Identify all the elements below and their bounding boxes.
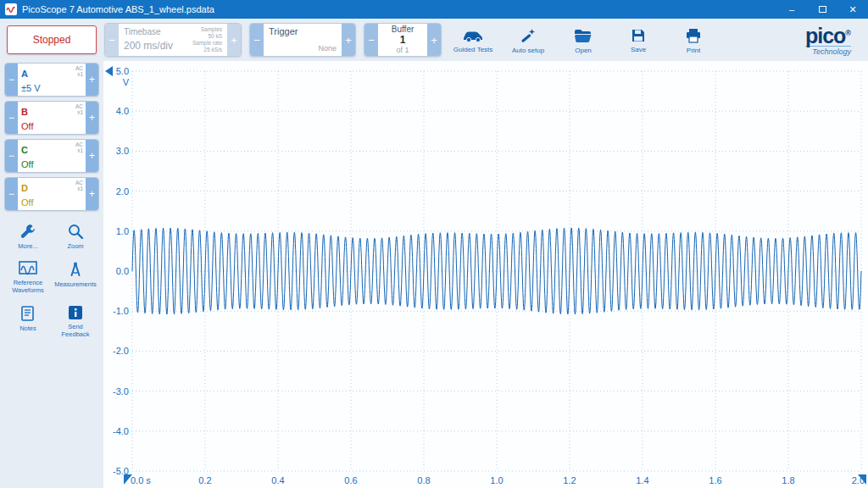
buffer-plus-button[interactable]: + [427, 24, 441, 56]
send-feedback-button[interactable]: Send Feedback [52, 305, 99, 338]
more-label: More... [18, 242, 37, 250]
sample-rate-label: Sample rate [178, 40, 222, 47]
samples-info: Samples 50 kS Sample rate 25 kS/s [178, 26, 222, 53]
channel-a-body[interactable]: A ACx1 ±5 V [18, 64, 86, 96]
more-button[interactable]: More... [4, 223, 52, 250]
minimize-button[interactable]: – [776, 0, 807, 19]
print-label: Print [687, 47, 700, 54]
channel-b-plus-button[interactable]: + [86, 102, 98, 134]
buffer-minus-button[interactable]: − [364, 24, 378, 56]
wand-icon [520, 27, 537, 44]
y-tick-label: -2.0 [113, 346, 129, 356]
save-button[interactable]: Save [615, 26, 662, 53]
channel-b-minus-button[interactable]: − [5, 102, 18, 134]
timebase-plus-button[interactable]: + [227, 24, 241, 56]
timebase-group: − Timebase 200 ms/div Samples 50 kS Samp… [104, 23, 242, 57]
close-icon: ✕ [849, 4, 856, 15]
toolbar: Stopped − Timebase 200 ms/div Samples 50… [0, 19, 868, 61]
open-button[interactable]: Open [559, 26, 607, 54]
channel-c-minus-button[interactable]: − [5, 140, 18, 172]
waveform-chart[interactable]: 5.04.03.02.01.00.0-1.0-2.0-3.0-4.0-5.0V0… [103, 61, 868, 488]
coupling-text: AC [75, 65, 83, 71]
channel-d-minus-button[interactable]: − [5, 178, 18, 210]
save-icon [631, 28, 646, 43]
channel-d-body[interactable]: D ACx1 Off [18, 178, 86, 210]
channel-c-body[interactable]: C ACx1 Off [18, 140, 86, 172]
reference-waveforms-button[interactable]: Reference Waveforms [4, 261, 52, 294]
close-button[interactable]: ✕ [837, 0, 868, 19]
y-tick-label: -4.0 [113, 426, 129, 436]
coupling-text: AC [75, 180, 83, 186]
y-tick-label: 3.0 [116, 146, 129, 156]
stop-button[interactable]: Stopped [7, 25, 97, 54]
window-title: PicoScope 7 Automotive ABS_1_wheel.psdat… [22, 4, 214, 14]
channel-a-minus-button[interactable]: − [5, 64, 18, 96]
folder-open-icon [574, 28, 593, 44]
open-label: Open [575, 47, 592, 54]
buffer-display[interactable]: Buffer 1 of 1 [378, 24, 427, 56]
channel-d-label: D [21, 183, 28, 193]
x-tick-label: 1.0 [490, 475, 503, 485]
pico-logo: pico® Technology [805, 24, 861, 56]
notes-label: Notes [19, 324, 36, 332]
channel-a-coupling: ACx1 [75, 65, 83, 77]
trigger-minus-button[interactable]: − [250, 24, 264, 56]
channel-b-range: Off [21, 121, 33, 131]
magnifier-icon [67, 223, 84, 240]
trigger-group: − Trigger None + [249, 23, 356, 57]
coupling-text: AC [75, 141, 83, 147]
y-tick-label: 2.0 [116, 186, 129, 197]
measurements-button[interactable]: Measurements [52, 261, 99, 294]
y-tick-label: -1.0 [113, 306, 129, 316]
channel-c-range: Off [21, 159, 33, 169]
trigger-display[interactable]: Trigger None [264, 24, 342, 56]
y-axis-handle[interactable] [105, 66, 113, 76]
channel-a-label: A [21, 69, 28, 79]
chart-area[interactable]: 5.04.03.02.01.00.0-1.0-2.0-3.0-4.0-5.0V0… [103, 61, 868, 488]
timebase-display[interactable]: Timebase 200 ms/div Samples 50 kS Sample… [119, 24, 227, 56]
trigger-value: None [319, 44, 337, 53]
buffer-group: − Buffer 1 of 1 + [364, 23, 442, 57]
notes-button[interactable]: Notes [4, 305, 52, 338]
x-tick-label: 0.4 [271, 475, 284, 485]
timebase-minus-button[interactable]: − [105, 24, 119, 56]
auto-setup-label: Auto setup [512, 47, 544, 54]
guided-tests-button[interactable]: Guided Tests [449, 27, 497, 53]
x-tick-label: 0.0 s [131, 475, 151, 485]
y-tick-label: 5.0 [116, 66, 129, 76]
buffer-value: 1 [400, 35, 406, 45]
window-controls: – ✕ [776, 0, 868, 19]
probe-text: x1 [75, 147, 83, 153]
reference-waveforms-label: Reference Waveforms [6, 279, 50, 294]
channel-d-coupling: ACx1 [75, 180, 83, 191]
x-tick-label: 0.2 [198, 475, 211, 485]
zoom-button[interactable]: Zoom [52, 223, 99, 250]
channel-c-plus-button[interactable]: + [86, 140, 98, 172]
app-icon [5, 3, 17, 15]
reference-waveforms-icon [19, 261, 37, 276]
x-tick-label: 0.8 [417, 475, 430, 485]
y-axis-unit: V [123, 77, 130, 87]
channel-c-label: C [21, 145, 28, 155]
print-button[interactable]: Print [670, 26, 717, 54]
y-tick-label: 4.0 [116, 106, 129, 116]
maximize-button[interactable] [807, 0, 837, 19]
title-bar: PicoScope 7 Automotive ABS_1_wheel.psdat… [0, 0, 868, 19]
printer-icon [685, 28, 702, 44]
channel-c-coupling: ACx1 [75, 141, 83, 153]
trigger-plus-button[interactable]: + [342, 24, 355, 56]
channel-d-plus-button[interactable]: + [86, 178, 98, 210]
probe-text: x1 [75, 186, 83, 191]
samples-value: 50 kS [178, 33, 222, 40]
wrench-icon [19, 223, 36, 240]
timebase-label: Timebase [124, 27, 173, 36]
channel-b-body[interactable]: B ACx1 Off [18, 102, 86, 134]
x-tick-label: 1.8 [782, 475, 794, 485]
y-tick-label: 0.0 [116, 266, 129, 276]
channel-a-plus-button[interactable]: + [86, 64, 98, 96]
auto-setup-button[interactable]: Auto setup [504, 25, 552, 54]
channel-d-range: Off [21, 197, 33, 208]
channel-card-c: − C ACx1 Off + [4, 139, 99, 173]
notes-icon [20, 305, 36, 322]
timebase-main: Timebase 200 ms/div [124, 27, 173, 53]
